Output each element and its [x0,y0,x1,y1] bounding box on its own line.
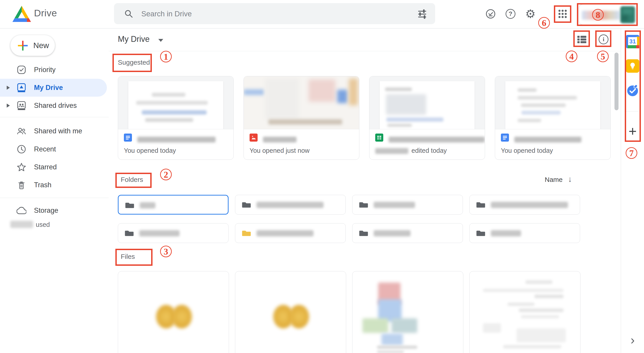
folder-name-blurred [374,230,410,236]
file-preview-blurred [503,345,561,348]
folder-card[interactable] [352,195,463,215]
search-bar [114,3,435,24]
file-thumbnail-blurred [495,76,610,129]
offline-status-icon[interactable] [485,9,496,19]
sidebar-item-shared-drives[interactable]: Shared drives [0,97,107,115]
folder-card-shared-color[interactable] [235,223,346,243]
folder-card[interactable] [118,223,228,243]
suggested-card[interactable]: You opened today [118,76,234,160]
annotation-box-8-account [577,3,638,26]
annotation-number-1: 1 [160,51,172,62]
file-preview-blurred [516,328,566,342]
file-preview-blurred [377,350,404,353]
search-icon[interactable] [124,9,134,20]
folder-card-selected[interactable] [118,195,228,215]
file-title-blurred [263,137,296,143]
shared-drives-icon [16,101,26,112]
file-preview-blurred [519,308,564,312]
sort-by-name[interactable]: Name [545,176,562,183]
folder-card[interactable] [469,223,580,243]
sidebar-item-storage[interactable]: Storage [0,202,107,219]
search-input[interactable] [141,3,406,25]
priority-icon [16,65,26,77]
sidebar-item-trash[interactable]: Trash [0,176,107,194]
google-docs-icon [501,134,509,143]
trash-icon [16,180,26,192]
file-title-blurred [389,137,485,143]
shared-with-me-icon [16,126,26,138]
sidebar-item-shared-with-me[interactable]: Shared with me [0,122,107,140]
folder-name-blurred [256,202,324,208]
search-options-icon[interactable] [417,9,427,20]
file-thumbnail-blurred [118,76,234,129]
annotation-number-2: 2 [160,169,172,180]
scrollbar-thumb[interactable] [614,53,618,110]
annotation-number-4: 4 [566,51,577,62]
file-preview-blurred [508,303,534,306]
help-icon[interactable]: ? [505,9,516,19]
annotation-number-5: 5 [597,51,609,62]
drive-logo-icon[interactable] [12,5,32,24]
storage-cloud-icon [16,206,26,217]
annotation-box-5-info [595,31,611,47]
google-drive-window: Drive [0,0,644,353]
file-activity-caption: You opened today [501,147,553,154]
annotation-box-2-folders [116,173,152,188]
storage-amount-blurred [10,221,33,228]
folder-card[interactable] [235,195,346,215]
sidebar-divider [0,117,109,117]
file-title-blurred [514,137,582,143]
app-title: Drive [34,8,57,19]
folder-name-blurred [139,230,180,236]
file-preview-blurred [392,318,417,333]
file-activity-caption: You opened just now [250,147,310,154]
file-card[interactable] [235,271,346,353]
folder-name-blurred [491,230,521,236]
annotation-box-4-list-view [573,31,590,47]
annotation-number-3: 3 [160,246,172,257]
sidebar-divider [0,198,109,198]
folder-name-blurred [374,202,415,208]
file-title-blurred [137,137,216,143]
file-card[interactable] [469,271,580,353]
folder-card[interactable] [469,195,580,215]
starred-icon [16,162,26,174]
sort-direction-icon[interactable]: ↓ [568,174,572,184]
sidebar-item-my-drive[interactable]: My Drive [0,79,107,97]
settings-icon[interactable]: ⚙ [525,9,536,19]
suggested-card[interactable]: You opened today [495,76,611,160]
google-docs-icon [124,134,132,143]
sidebar-item-priority[interactable]: Priority [0,61,107,79]
sidebar-item-starred[interactable]: Starred [0,158,107,176]
image-file-icon [250,134,258,143]
file-preview-blurred [362,318,388,333]
annotation-number-8: 8 [592,9,604,21]
left-sidebar: New Priority My Drive [0,29,109,353]
annotation-box-1-suggested [112,54,152,72]
expand-arrow-icon[interactable] [7,104,10,108]
chevron-down-icon[interactable] [158,39,163,42]
file-preview-blurred [377,345,417,349]
file-thumbnail-blurred [244,76,359,129]
annotation-box-7-side-panel [625,31,641,142]
new-button[interactable]: New [10,35,55,56]
annotation-box-3-files [116,249,152,266]
sidebar-item-recent[interactable]: Recent [0,140,107,158]
expand-arrow-icon[interactable] [7,86,10,90]
file-card[interactable] [118,271,229,353]
recent-icon [16,144,26,156]
file-preview-blurred [534,295,564,298]
suggested-card[interactable]: edited today [369,76,485,160]
folder-card[interactable] [352,223,463,243]
file-activity-caption: You opened today [124,147,176,154]
file-preview-blurred [483,323,501,333]
annotation-box-6-apps-grid [554,5,571,23]
file-card[interactable] [352,271,463,353]
google-sheets-icon [375,134,383,143]
chevron-right-icon[interactable]: › [626,332,639,348]
annotation-number-7: 7 [626,147,637,159]
user-name-blurred [375,148,408,154]
new-button-label: New [33,41,49,50]
file-preview-blurred [521,315,559,318]
suggested-card[interactable]: You opened just now [244,76,359,160]
